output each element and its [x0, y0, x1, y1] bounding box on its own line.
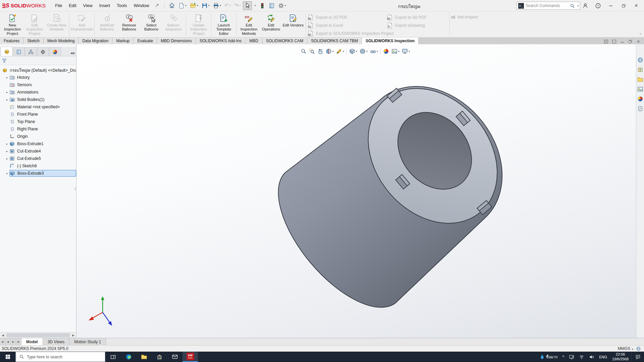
tab-mbd-dimensions[interactable]: MBD Dimensions	[157, 38, 196, 44]
tab-scroll-first-icon[interactable]: ◀	[0, 338, 5, 345]
taskbar-search-box[interactable]: Type here to search	[15, 352, 105, 362]
edit-inspection-methods-button[interactable]: Edit Inspection Methods	[238, 13, 260, 37]
file-properties-button[interactable]	[267, 1, 276, 10]
open-button[interactable]: ▾	[189, 1, 200, 10]
design-library-icon[interactable]	[637, 67, 643, 73]
caret-down-icon[interactable]: ▾	[197, 4, 198, 7]
resources-globe-icon[interactable]	[637, 57, 643, 63]
edge-button[interactable]	[121, 352, 136, 362]
select-button[interactable]	[243, 1, 252, 10]
panel-tab-scroll-right-icon[interactable]: ▶	[73, 52, 75, 55]
tab-dimxpert-manager[interactable]	[37, 47, 49, 56]
tab-solidworks-add-ins[interactable]: SOLIDWORKS Add-Ins	[196, 38, 246, 44]
tree-item-origin[interactable]: Origin	[0, 133, 76, 140]
minimize-button[interactable]	[605, 1, 616, 11]
tree-item-history[interactable]: ▸ History	[0, 74, 76, 81]
network-tray-icon[interactable]	[577, 352, 587, 362]
action-center-icon[interactable]	[631, 352, 644, 362]
undo-button[interactable]: ↶▾	[223, 1, 232, 10]
expand-arrow-icon[interactable]: ▸	[5, 150, 9, 153]
tab-mesh-modeling[interactable]: Mesh Modeling	[44, 38, 78, 44]
caret-down-icon[interactable]: ▾	[356, 50, 357, 53]
caret-down-icon[interactable]: ▾	[185, 4, 186, 7]
caret-down-icon[interactable]: ▾	[409, 50, 410, 53]
tab-evaluate[interactable]: Evaluate	[133, 38, 157, 44]
menu-view[interactable]: View	[80, 2, 96, 10]
tree-root-part[interactable]: กรอบใหญ่w (Default) <<Default>_Displ	[0, 66, 76, 74]
tab-model[interactable]: Model	[21, 338, 43, 345]
tab-3d-views[interactable]: 3D Views	[43, 338, 69, 345]
display-style-button[interactable]: ▾	[359, 47, 368, 55]
language-indicator[interactable]: ENG	[597, 352, 609, 362]
menu-edit[interactable]: Edit	[65, 2, 79, 10]
model-3d-cylinder[interactable]	[76, 44, 636, 338]
tab-feature-manager-tree[interactable]	[1, 47, 13, 56]
tab-motion-study-1[interactable]: Motion Study 1	[69, 338, 106, 345]
tree-item-front-plane[interactable]: Front Plane	[0, 111, 76, 118]
volume-tray-icon[interactable]	[587, 352, 597, 362]
previous-view-button[interactable]	[317, 47, 324, 55]
edit-vendors-button[interactable]: Edit Vendors	[282, 13, 304, 28]
custom-properties-icon[interactable]	[637, 106, 643, 112]
weather-widget[interactable]: ชื้นมาก	[537, 352, 560, 362]
units-caret-icon[interactable]: ▴	[632, 347, 633, 350]
tree-item-annotations[interactable]: ▸ Annotations	[0, 88, 76, 96]
expand-arrow-icon[interactable]: ▸	[5, 142, 9, 145]
tree-item-boss-extrude3[interactable]: ▸ Boss-Extrude3	[0, 170, 76, 177]
view-settings-button[interactable]: ▾	[401, 47, 411, 55]
doc-close-icon[interactable]: ×	[635, 39, 642, 44]
caret-down-icon[interactable]: ▾	[398, 50, 399, 53]
tree-item-sketch8[interactable]: (-) Sketch8	[0, 162, 76, 170]
expand-arrow-icon[interactable]: ▸	[5, 172, 9, 175]
expand-arrow-icon[interactable]: ▸	[5, 76, 9, 79]
task-view-button[interactable]	[105, 352, 121, 362]
save-button[interactable]: ▾	[200, 1, 211, 10]
pane-full-icon[interactable]	[610, 39, 618, 44]
account-button[interactable]	[580, 1, 591, 11]
caret-down-icon[interactable]: ▾	[377, 50, 378, 53]
apply-scene-button[interactable]: ▾	[391, 47, 400, 55]
command-search-box[interactable]: >_ Search Commands ▾	[517, 2, 580, 10]
panel-tab-scroll-left-icon[interactable]: ◀	[70, 52, 72, 55]
tree-item-cut-extrude4[interactable]: ▸ Cut-Extrude4	[0, 147, 76, 155]
tab-display-manager[interactable]	[49, 47, 61, 56]
tab-solidworks-cam-tbm[interactable]: SOLIDWORKS CAM TBM	[307, 38, 362, 44]
clock[interactable]: 22:06 19/6/2568	[609, 352, 631, 361]
filter-funnel-icon[interactable]	[2, 58, 7, 63]
caret-down-icon[interactable]: ▾	[285, 4, 286, 7]
caret-down-icon[interactable]: ▾	[208, 4, 210, 7]
start-button[interactable]	[0, 352, 15, 362]
graphics-viewport[interactable]: ▾ ▾ ▾ ▾ ▾ ▾ ▾	[76, 44, 636, 338]
expand-arrow-icon[interactable]: ▸	[5, 157, 9, 160]
tree-item-solid-bodies[interactable]: ▸ Solid Bodies(1)	[0, 96, 76, 103]
tab-data-migration[interactable]: Data Migration	[78, 38, 112, 44]
menu-file[interactable]: File	[52, 2, 65, 10]
tree-item-boss-extrude1[interactable]: ▸ Boss-Extrude1	[0, 140, 76, 147]
search-icon[interactable]	[570, 3, 575, 8]
tab-sketch[interactable]: Sketch	[23, 38, 44, 44]
scroll-right-icon[interactable]: ▶	[70, 333, 76, 338]
store-button[interactable]	[152, 352, 167, 362]
expand-arrow-icon[interactable]: ▸	[5, 91, 9, 94]
tab-solidworks-cam[interactable]: SOLIDWORKS CAM	[262, 38, 307, 44]
tree-item-right-plane[interactable]: Right Plane	[0, 125, 76, 133]
tab-features[interactable]: Features	[0, 38, 23, 44]
units-value[interactable]: MMGS	[618, 346, 630, 351]
tab-scroll-next-icon[interactable]: ▶	[11, 338, 16, 345]
doc-restore-icon[interactable]	[627, 39, 634, 44]
redo-button[interactable]: ↷▾	[233, 1, 242, 10]
pen-display-tray-icon[interactable]	[567, 352, 577, 362]
close-button[interactable]: ×	[631, 1, 642, 11]
tree-item-cut-extrude5[interactable]: ▸ Cut-Extrude5	[0, 155, 76, 162]
caret-down-icon[interactable]: ▾	[343, 50, 344, 53]
help-button[interactable]	[592, 1, 604, 11]
caret-down-icon[interactable]: ▾	[577, 4, 579, 7]
panel-horizontal-scrollbar[interactable]: ◀ ▶	[0, 332, 76, 338]
new-document-button[interactable]: ▾	[177, 1, 188, 10]
view-palette-icon[interactable]	[637, 86, 643, 92]
caret-down-icon[interactable]: ▾	[332, 50, 334, 53]
tab-mbd[interactable]: MBD	[246, 38, 262, 44]
hide-show-items-button[interactable]: ▾	[369, 47, 379, 55]
status-globe-icon[interactable]	[636, 346, 641, 351]
edit-operations-button[interactable]: Edit Operations	[260, 13, 282, 33]
